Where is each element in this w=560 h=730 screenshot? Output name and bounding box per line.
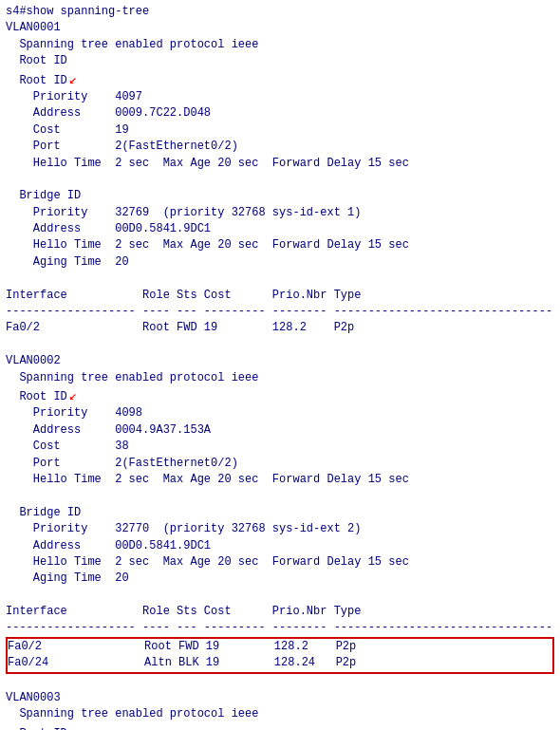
vlan0003-stp: Spanning tree enabled protocol ieee (6, 706, 554, 722)
vlan0001-address: Address 0009.7C22.D048 (6, 105, 554, 122)
prompt-line: s4#show spanning-tree (6, 4, 554, 20)
vlan0001-interface-table: Fa0/2 Root FWD 19 128.2 P2p (6, 320, 554, 336)
vlan0002-section: VLAN0002 Spanning tree enabled protocol … (6, 353, 554, 690)
vlan0001-section: VLAN0001 Spanning tree enabled protocol … (6, 20, 554, 353)
vlan0002-blank2 (6, 588, 554, 604)
vlan0002-stp: Spanning tree enabled protocol ieee (6, 370, 554, 386)
vlan0003-rootid-start: Root ID↙ (6, 723, 554, 730)
vlan0001-cost: Cost 19 (6, 122, 554, 139)
vlan0001-blank3 (6, 337, 554, 353)
vlan0002-bridge-priority: Priority 32770 (priority 32768 sys-id-ex… (6, 521, 554, 537)
vlan0002-table-header: Interface Role Sts Cost Prio.Nbr Type (6, 604, 554, 620)
vlan0001-bridge-aging: Aging Time 20 (6, 254, 554, 271)
vlan0001-divider: ------------------- ---- --- --------- -… (6, 304, 554, 320)
vlan0002-row-0: Fa0/2 Root FWD 19 128.2 P2p (8, 639, 552, 655)
vlan0002-blank1 (6, 488, 554, 504)
vlan0002-blank3 (6, 674, 554, 690)
vlan0002-rootid-start: Root ID↙ (6, 386, 554, 405)
vlan0002-divider: ------------------- ---- --- --------- -… (6, 620, 554, 636)
vlan0002-port: Port 2(FastEthernet0/2) (6, 456, 554, 472)
vlan0001-bridge-priority: Priority 32769 (priority 32768 sys-id-ex… (6, 205, 554, 221)
vlan0001-hello: Hello Time 2 sec Max Age 20 sec Forward … (6, 156, 554, 172)
vlan0001-title: VLAN0001 (6, 20, 554, 36)
vlan0002-bridge-aging: Aging Time 20 (6, 571, 554, 587)
vlan0003-section: VLAN0003 Spanning tree enabled protocol … (6, 690, 554, 730)
vlan0002-cost: Cost 38 (6, 439, 554, 455)
vlan0001-rootid-label: Root ID (6, 53, 82, 69)
vlan0002-hello: Hello Time 2 sec Max Age 20 sec Forward … (6, 472, 554, 488)
vlan0002-address: Address 0004.9A37.153A (6, 422, 554, 439)
vlan0001-port: Port 2(FastEthernet0/2) (6, 139, 554, 155)
vlan0002-priority: Priority 4098 (6, 405, 554, 421)
vlan0001-rootid-start: Root ID↙ (6, 70, 554, 89)
vlan0002-bridgeid-start: Bridge ID (6, 505, 554, 521)
vlan0001-blank1 (6, 172, 554, 188)
vlan0001-row-0: Fa0/2 Root FWD 19 128.2 P2p (6, 320, 554, 336)
vlan0002-title: VLAN0002 (6, 353, 554, 369)
vlan0001-table-header: Interface Role Sts Cost Prio.Nbr Type (6, 288, 554, 304)
vlan0001-bridge-hello: Hello Time 2 sec Max Age 20 sec Forward … (6, 237, 554, 253)
vlan0001-bridgeid-start: Bridge ID (6, 188, 554, 204)
vlan0002-bridge-address: Address 00D0.5841.9DC1 (6, 538, 554, 554)
vlan0003-title: VLAN0003 (6, 690, 554, 706)
vlan0001-bridge-address: Address 00D0.5841.9DC1 (6, 221, 554, 237)
vlan0001-blank2 (6, 271, 554, 287)
vlan0001-stp: Spanning tree enabled protocol ieee (6, 37, 554, 53)
vlan0002-row-1: Fa0/24 Altn BLK 19 128.24 P2p (8, 655, 552, 671)
vlan0002-bridge-hello: Hello Time 2 sec Max Age 20 sec Forward … (6, 554, 554, 571)
vlan0001-priority: Priority 4097 (6, 89, 554, 105)
terminal: s4#show spanning-tree VLAN0001 Spanning … (6, 4, 554, 730)
vlan0002-interface-table: Fa0/2 Root FWD 19 128.2 P2p Fa0/24 Altn … (6, 637, 554, 674)
